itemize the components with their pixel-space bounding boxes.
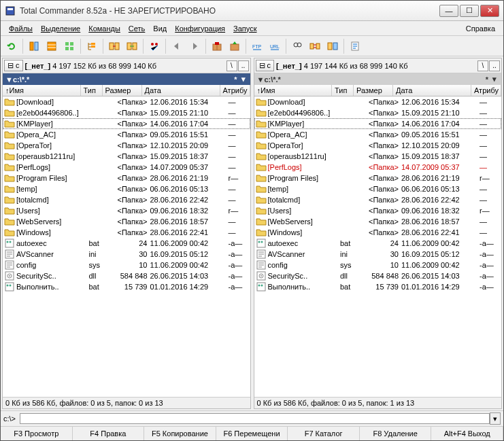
minimize-button[interactable]: — — [439, 5, 458, 17]
command-input[interactable] — [20, 413, 490, 424]
f8-delete[interactable]: F8 Удаление — [360, 427, 432, 440]
toolbar-tree-icon[interactable] — [84, 38, 100, 54]
file-row[interactable]: [e2eb0d4496806..]<Папка>15.09.2015 21:10… — [254, 107, 502, 118]
file-row[interactable]: [e2eb0d4496806..]<Папка>15.09.2015 21:10… — [3, 107, 250, 118]
toolbar-back-icon[interactable] — [169, 38, 185, 54]
file-row[interactable]: configsys1011.06.2009 00:42-a— — [3, 260, 250, 270]
left-file-list[interactable]: [Download]<Папка>12.06.2016 15:34—[e2eb0… — [3, 96, 250, 397]
file-row[interactable]: [operausb1211ru]<Папка>15.09.2015 18:37— — [3, 151, 250, 162]
file-row[interactable]: [totalcmd]<Папка>28.06.2016 22:42— — [3, 194, 250, 205]
file-row[interactable]: [PerfLogs]<Папка>14.07.2009 05:37— — [3, 162, 250, 173]
toolbar-ftp-icon[interactable]: FTP — [249, 38, 265, 54]
toolbar-view-full-icon[interactable] — [44, 38, 60, 54]
toolbar-search-icon[interactable] — [289, 38, 305, 54]
right-drive-button[interactable]: ⊟ c — [256, 60, 275, 71]
col-attr[interactable]: Атрибу — [471, 85, 501, 96]
toolbar-url-icon[interactable]: URL — [267, 38, 283, 54]
file-row[interactable]: [OperaTor]<Папка>12.10.2015 20:09— — [3, 140, 250, 151]
file-row[interactable]: [Users]<Папка>09.06.2016 18:32r— — [254, 205, 502, 216]
col-type[interactable]: Тип — [81, 85, 103, 96]
file-row[interactable]: [Opera_AC]<Папка>09.05.2016 15:51— — [3, 129, 250, 140]
right-up-button[interactable]: .. — [489, 60, 500, 71]
col-size[interactable]: Размер — [103, 85, 142, 96]
file-row[interactable]: configsys1011.06.2009 00:42-a— — [254, 260, 502, 270]
left-root-button[interactable]: \ — [226, 60, 237, 71]
close-button[interactable]: ✕ — [480, 5, 499, 17]
file-row[interactable]: [temp]<Папка>06.06.2016 05:13— — [254, 183, 502, 194]
col-name[interactable]: ↑Имя — [3, 85, 81, 96]
file-row[interactable]: [Download]<Папка>12.06.2016 15:34— — [254, 96, 502, 107]
file-size: <Папка> — [111, 163, 150, 171]
f5-copy[interactable]: F5 Копирование — [144, 427, 216, 440]
toolbar-invert-icon[interactable] — [146, 38, 163, 54]
toolbar-forward-icon[interactable] — [186, 38, 203, 54]
menu-selection[interactable]: Выделение — [37, 23, 84, 34]
left-history-icon[interactable]: ▾ — [239, 75, 248, 84]
file-row[interactable]: [PerfLogs]<Папка>14.07.2009 05:37— — [254, 162, 502, 173]
altf4-exit[interactable]: Alt+F4 Выход — [431, 427, 503, 440]
file-date: 09.05.2016 15:51 — [401, 130, 480, 139]
file-row[interactable]: [Windows]<Папка>28.06.2016 22:41— — [3, 227, 250, 238]
f6-move[interactable]: F6 Перемещени — [216, 427, 288, 440]
toolbar-compare-icon[interactable] — [324, 38, 341, 54]
menu-commands[interactable]: Команды — [84, 23, 124, 34]
col-attr[interactable]: Атрибу — [220, 85, 250, 96]
f7-mkdir[interactable]: F7 Каталог — [288, 427, 360, 440]
col-date[interactable]: Дата — [142, 85, 220, 96]
command-history-dropdown[interactable]: ▾ — [490, 412, 501, 425]
file-row[interactable]: [Program Files]<Папка>28.06.2016 21:19r— — [254, 173, 502, 183]
toolbar-notepad-icon[interactable] — [347, 38, 363, 54]
file-row[interactable]: SecuritySc..dll584 84826.06.2015 14:03-a… — [254, 270, 502, 281]
right-history-icon[interactable]: ▾ — [490, 75, 499, 84]
file-row[interactable]: [KMPlayer]<Папка>14.06.2016 17:04— — [254, 118, 502, 129]
file-row[interactable]: Выполнить..bat15 73901.01.2016 14:29-a— — [254, 281, 502, 292]
menu-help[interactable]: Справка — [462, 23, 499, 34]
file-row[interactable]: [Program Files]<Папка>28.06.2016 21:19r— — [3, 173, 250, 183]
left-up-button[interactable]: .. — [238, 60, 249, 71]
file-row[interactable]: [Windows]<Папка>28.06.2016 22:41— — [254, 227, 502, 238]
right-root-button[interactable]: \ — [477, 60, 488, 71]
right-favorites-icon[interactable]: * — [484, 75, 490, 84]
menu-net[interactable]: Сеть — [124, 23, 149, 34]
left-drive-button[interactable]: ⊟ c — [4, 60, 23, 71]
right-file-list[interactable]: [Download]<Папка>12.06.2016 15:34—[e2eb0… — [254, 96, 502, 397]
left-favorites-icon[interactable]: * — [232, 75, 239, 84]
maximize-button[interactable]: ☐ — [460, 5, 479, 17]
col-type[interactable]: Тип — [332, 85, 354, 96]
file-row[interactable]: [WebServers]<Папка>28.06.2016 18:57— — [254, 216, 502, 227]
file-row[interactable]: autoexecbat2411.06.2009 00:42-a— — [3, 238, 250, 249]
menu-run[interactable]: Запуск — [229, 23, 261, 34]
file-row[interactable]: [totalcmd]<Папка>28.06.2016 22:42— — [254, 194, 502, 205]
menu-view[interactable]: Вид — [149, 23, 171, 34]
file-row[interactable]: AVScannerini3016.09.2015 05:12-a— — [3, 249, 250, 260]
toolbar-view-thumbs-icon[interactable] — [61, 38, 78, 54]
f3-view[interactable]: F3 Просмотр — [1, 427, 73, 440]
file-row[interactable]: AVScannerini3016.09.2015 05:12-a— — [254, 249, 502, 260]
file-row[interactable]: [Download]<Папка>12.06.2016 15:34— — [3, 96, 250, 107]
menu-files[interactable]: Файлы — [5, 23, 37, 34]
left-path-bar[interactable]: ▼c:\*.* * ▾ — [3, 73, 250, 85]
col-name[interactable]: ↑Имя — [254, 85, 333, 96]
toolbar-view-brief-icon[interactable] — [26, 38, 42, 54]
file-row[interactable]: [operausb1211ru]<Папка>15.09.2015 18:37— — [254, 151, 502, 162]
file-row[interactable]: SecuritySc..dll584 84826.06.2015 14:03-a… — [3, 270, 250, 281]
file-row[interactable]: [Users]<Папка>09.06.2016 18:32r— — [3, 205, 250, 216]
toolbar-pack-icon[interactable] — [209, 38, 225, 54]
f4-edit[interactable]: F4 Правка — [73, 427, 145, 440]
toolbar-sync-icon[interactable] — [307, 38, 323, 54]
file-row[interactable]: [WebServers]<Папка>28.06.2016 18:57— — [3, 216, 250, 227]
file-row[interactable]: [Opera_AC]<Папка>09.05.2016 15:51— — [254, 129, 502, 140]
file-row[interactable]: [temp]<Папка>06.06.2016 05:13— — [3, 183, 250, 194]
col-size[interactable]: Размер — [354, 85, 393, 96]
toolbar-swap-panels-icon[interactable] — [106, 38, 122, 54]
file-row[interactable]: [KMPlayer]<Папка>14.06.2016 17:04— — [3, 118, 250, 129]
file-row[interactable]: [OperaTor]<Папка>12.10.2015 20:09— — [254, 140, 502, 151]
toolbar-unpack-icon[interactable] — [226, 38, 243, 54]
file-row[interactable]: Выполнить..bat15 73901.01.2016 14:29-a— — [3, 281, 250, 292]
col-date[interactable]: Дата — [393, 85, 471, 96]
menu-config[interactable]: Конфигурация — [171, 23, 229, 34]
toolbar-same-panel-icon[interactable] — [124, 38, 140, 54]
right-path-bar[interactable]: ▼c:\*.* * ▾ — [254, 73, 502, 85]
file-row[interactable]: autoexecbat2411.06.2009 00:42-a— — [254, 238, 502, 249]
toolbar-refresh-icon[interactable] — [3, 38, 20, 54]
